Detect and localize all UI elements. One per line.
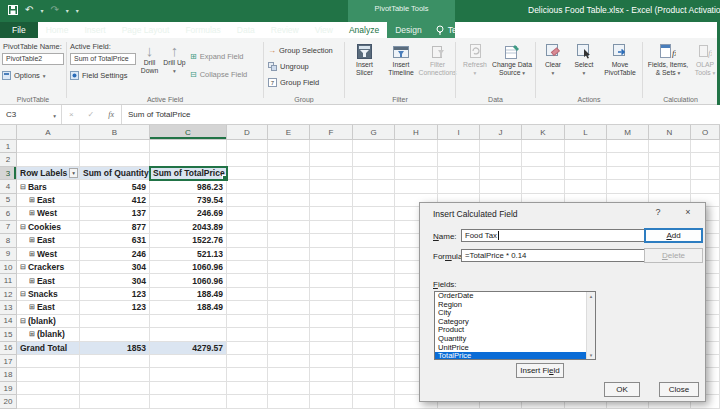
cell-L1[interactable]	[565, 140, 607, 153]
collapse-item-icon[interactable]: ⊟	[20, 263, 26, 271]
formula-input[interactable]: Sum of TotalPrice	[122, 105, 720, 124]
cell-B15[interactable]	[80, 328, 150, 341]
tab-data[interactable]: Data	[229, 22, 263, 38]
cell-L2[interactable]	[565, 153, 607, 166]
cell-B18[interactable]	[80, 368, 150, 381]
row-header-3[interactable]: 3	[0, 167, 17, 180]
cell-D15[interactable]	[227, 328, 268, 341]
column-header-K[interactable]: K	[522, 125, 565, 140]
cell-C18[interactable]	[150, 368, 227, 381]
column-header-L[interactable]: L	[565, 125, 607, 140]
cell-A5[interactable]: ⊞East	[17, 194, 80, 207]
active-field-value[interactable]: Sum of TotalPrice	[70, 53, 136, 65]
close-button[interactable]: Close	[659, 382, 699, 397]
cell-C17[interactable]	[150, 355, 227, 368]
cell-D10[interactable]	[227, 261, 268, 274]
cell-H1[interactable]	[395, 140, 438, 153]
cancel-icon[interactable]: ×	[69, 110, 74, 119]
collapse-item-icon[interactable]: ⊟	[20, 317, 26, 325]
cell-A10[interactable]: ⊟Crackers	[17, 261, 80, 274]
cell-F16[interactable]	[310, 342, 353, 355]
cell-A14[interactable]: ⊟(blank)	[17, 315, 80, 328]
cell-E20[interactable]	[268, 395, 310, 408]
dialog-close-icon[interactable]: ×	[679, 207, 697, 222]
cell-C10[interactable]: 1060.96	[150, 261, 227, 274]
cell-J1[interactable]	[480, 140, 522, 153]
cell-F11[interactable]	[310, 274, 353, 287]
tab-insert[interactable]: Insert	[76, 22, 113, 38]
cell-G13[interactable]	[353, 301, 395, 314]
cell-G2[interactable]	[353, 153, 395, 166]
column-header-D[interactable]: D	[227, 125, 268, 140]
cell-A16[interactable]: Grand Total	[17, 342, 80, 355]
group-selection-button[interactable]: → Group Selection	[268, 44, 333, 57]
cell-F9[interactable]	[310, 248, 353, 261]
column-header-N[interactable]: N	[649, 125, 691, 140]
cell-B11[interactable]: 304	[80, 274, 150, 287]
cell-C4[interactable]: 986.23	[150, 180, 227, 193]
cell-G11[interactable]	[353, 274, 395, 287]
column-header-F[interactable]: F	[310, 125, 353, 140]
cell-B20[interactable]	[80, 395, 150, 408]
cell-A15[interactable]: ⊞(blank)	[17, 328, 80, 341]
cell-D2[interactable]	[227, 153, 268, 166]
cell-D7[interactable]	[227, 221, 268, 234]
cell-B17[interactable]	[80, 355, 150, 368]
cell-C15[interactable]	[150, 328, 227, 341]
cell-M4[interactable]	[607, 180, 649, 193]
cell-B4[interactable]: 549	[80, 180, 150, 193]
collapse-item-icon[interactable]: ⊟	[20, 290, 26, 298]
column-header-E[interactable]: E	[268, 125, 310, 140]
cell-C19[interactable]	[150, 382, 227, 395]
cell-C5[interactable]: 739.54	[150, 194, 227, 207]
tab-formulas[interactable]: Formulas	[177, 22, 228, 38]
cell-D19[interactable]	[227, 382, 268, 395]
cell-A2[interactable]	[17, 153, 80, 166]
cell-F5[interactable]	[310, 194, 353, 207]
cell-M2[interactable]	[607, 153, 649, 166]
cell-F17[interactable]	[310, 355, 353, 368]
cell-E2[interactable]	[268, 153, 310, 166]
cell-G1[interactable]	[353, 140, 395, 153]
insert-field-button[interactable]: Insert Field	[516, 363, 564, 378]
cell-C9[interactable]: 521.13	[150, 248, 227, 261]
row-header-18[interactable]: 18	[0, 368, 17, 381]
row-header-19[interactable]: 19	[0, 382, 17, 395]
expand-field-button[interactable]: ⊞ Expand Field	[190, 50, 243, 63]
cell-L3[interactable]	[565, 167, 607, 180]
cell-J3[interactable]	[480, 167, 522, 180]
tab-view[interactable]: View	[307, 22, 341, 38]
column-header-A[interactable]: A	[17, 125, 80, 140]
expand-item-icon[interactable]: ⊞	[29, 330, 35, 338]
cell-E8[interactable]	[268, 234, 310, 247]
cell-B10[interactable]: 304	[80, 261, 150, 274]
options-button[interactable]: Options ▾	[2, 69, 46, 82]
cell-O3[interactable]	[691, 167, 720, 180]
cell-A12[interactable]: ⊟Snacks	[17, 288, 80, 301]
expand-item-icon[interactable]: ⊞	[29, 303, 35, 311]
row-header-7[interactable]: 7	[0, 221, 17, 234]
cell-D20[interactable]	[227, 395, 268, 408]
expand-item-icon[interactable]: ⊞	[29, 277, 35, 285]
scroll-down-icon[interactable]: ▾	[587, 352, 595, 358]
cell-G19[interactable]	[353, 382, 395, 395]
select-button[interactable]: Select ▾	[570, 41, 598, 77]
cell-F4[interactable]	[310, 180, 353, 193]
cell-E1[interactable]	[268, 140, 310, 153]
expand-item-icon[interactable]: ⊞	[29, 236, 35, 244]
cell-C20[interactable]	[150, 395, 227, 408]
cell-O1[interactable]	[691, 140, 720, 153]
save-icon[interactable]	[8, 5, 18, 15]
cell-K3[interactable]	[522, 167, 565, 180]
column-header-J[interactable]: J	[480, 125, 522, 140]
cell-F10[interactable]	[310, 261, 353, 274]
column-header-O[interactable]: O	[691, 125, 720, 140]
pivottable-name-input[interactable]: PivotTable2	[2, 53, 64, 65]
cell-O4[interactable]	[691, 180, 720, 193]
cell-L4[interactable]	[565, 180, 607, 193]
cell-A1[interactable]	[17, 140, 80, 153]
cell-C7[interactable]: 2043.89	[150, 221, 227, 234]
cell-E6[interactable]	[268, 207, 310, 220]
cell-B16[interactable]: 1853	[80, 342, 150, 355]
cell-N4[interactable]	[649, 180, 691, 193]
